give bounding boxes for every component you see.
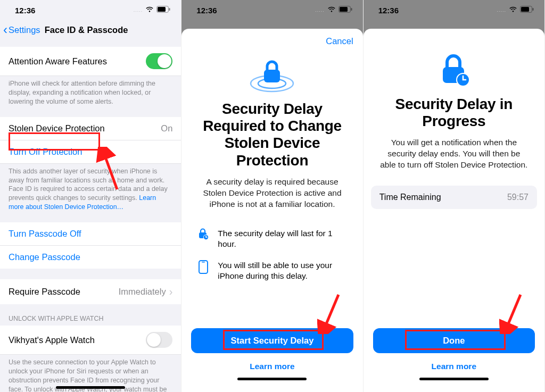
- screen-settings: 12:36 ..... ‹ Settings Face ID & Passcod…: [0, 0, 181, 392]
- time-remaining-cell: Time Remaining 59:57: [371, 186, 537, 209]
- status-time: 12:36: [15, 6, 35, 15]
- time-remaining-value: 59:57: [507, 193, 529, 202]
- sheet-subtitle: A security delay is required because Sto…: [181, 169, 362, 210]
- screen-security-delay-progress: 12:36 ..... Security Delay in Progress Y…: [364, 0, 545, 392]
- status-bar: 12:36 .....: [181, 0, 362, 20]
- page-title: Face ID & Passcode: [45, 25, 128, 35]
- chevron-left-icon: ‹: [3, 23, 7, 36]
- turn-off-protection-label: Turn Off Protection: [9, 147, 82, 157]
- home-indicator: [237, 378, 307, 380]
- back-label: Settings: [9, 25, 40, 35]
- lock-clock-icon: [196, 228, 210, 240]
- learn-more-link[interactable]: Learn more: [191, 353, 353, 376]
- wifi-icon: [509, 5, 517, 15]
- require-passcode-cell[interactable]: Require Passcode Immediately ›: [0, 279, 181, 304]
- sdp-label: Stolen Device Protection: [9, 123, 105, 134]
- attention-aware-cell[interactable]: Attention Aware Features: [0, 47, 181, 76]
- iphone-icon: [196, 260, 210, 274]
- svg-rect-5: [340, 7, 348, 12]
- learn-more-link[interactable]: Learn more: [373, 353, 535, 376]
- svg-rect-13: [199, 261, 208, 273]
- sheet-subtitle: You will get a notification when the sec…: [364, 130, 544, 171]
- time-remaining-label: Time Remaining: [379, 193, 441, 202]
- sdp-footer: This adds another layer of security when…: [0, 164, 181, 212]
- lock-ripple-icon: [181, 46, 362, 95]
- svg-rect-9: [264, 70, 280, 82]
- sheet-title: Security Delay in Progress: [364, 90, 544, 130]
- screen-security-delay-start: 12:36 ..... Cancel Security Delay Requir…: [181, 0, 363, 392]
- battery-icon: [520, 5, 534, 15]
- start-security-delay-button[interactable]: Start Security Delay: [191, 328, 353, 353]
- wifi-icon: [145, 5, 154, 15]
- svg-rect-2: [169, 8, 170, 11]
- svg-rect-6: [351, 8, 352, 11]
- back-button[interactable]: ‹ Settings: [3, 23, 40, 36]
- battery-icon: [156, 5, 170, 15]
- attention-footer: iPhone will check for attention before d…: [0, 76, 181, 106]
- info-row-usable: You will still be able to use your iPhon…: [196, 255, 348, 287]
- svg-rect-17: [521, 7, 529, 12]
- home-indicator: [56, 386, 125, 389]
- lock-clock-icon: [364, 44, 544, 90]
- sdp-cell[interactable]: Stolen Device Protection On: [0, 117, 181, 140]
- svg-rect-18: [532, 8, 533, 11]
- watch-switch[interactable]: [146, 332, 172, 348]
- info-row-delay: The security delay will last for 1 hour.: [196, 223, 348, 255]
- done-button[interactable]: Done: [373, 328, 535, 353]
- turn-passcode-off-cell[interactable]: Turn Passcode Off: [0, 222, 181, 246]
- nav-bar: ‹ Settings Face ID & Passcode: [0, 20, 181, 41]
- wifi-icon: [327, 5, 336, 15]
- svg-rect-1: [158, 7, 166, 12]
- status-bar: 12:36 .....: [0, 0, 181, 20]
- cancel-button[interactable]: Cancel: [181, 29, 362, 46]
- cellular-dots: .....: [134, 7, 143, 13]
- sheet-title: Security Delay Required to Change Stolen…: [181, 95, 362, 169]
- status-bar: 12:36 .....: [364, 0, 544, 20]
- change-passcode-cell[interactable]: Change Passcode: [0, 246, 181, 269]
- watch-header: UNLOCK WITH APPLE WATCH: [0, 315, 181, 326]
- home-indicator: [419, 378, 489, 380]
- attention-aware-label: Attention Aware Features: [9, 56, 107, 66]
- battery-icon: [338, 5, 352, 15]
- attention-aware-switch[interactable]: [146, 53, 172, 69]
- svg-rect-14: [202, 262, 205, 263]
- watch-cell[interactable]: Vikhyat's Apple Watch: [0, 326, 181, 355]
- chevron-right-icon: ›: [169, 286, 173, 298]
- turn-off-protection-cell[interactable]: Turn Off Protection: [0, 140, 181, 164]
- sdp-value: On: [161, 123, 172, 134]
